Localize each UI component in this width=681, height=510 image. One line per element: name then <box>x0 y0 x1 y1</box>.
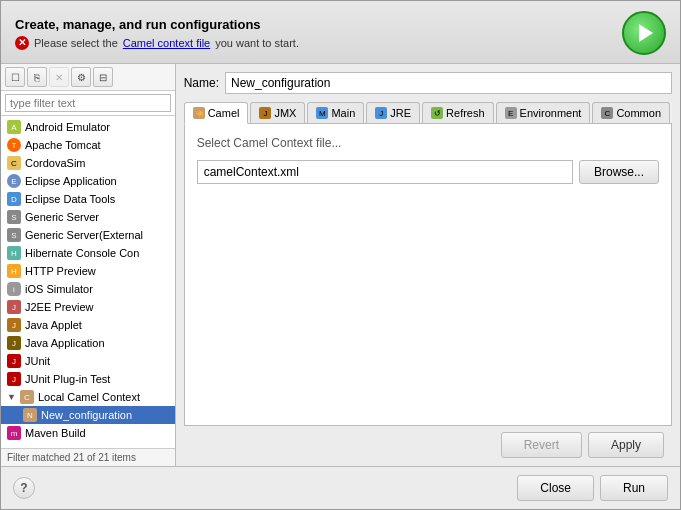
tree-item-label: CordovaSim <box>25 157 86 169</box>
generic-icon: S <box>7 210 21 224</box>
duplicate-button[interactable]: ⎘ <box>27 67 47 87</box>
right-panel: Name: 🐪 Camel J JMX M Main J <box>176 64 680 466</box>
tree-item-j2ee[interactable]: J J2EE Preview <box>1 298 175 316</box>
tree-item-label: Hibernate Console Con <box>25 247 139 259</box>
error-icon: ✕ <box>15 36 29 50</box>
cordova-icon: C <box>7 156 21 170</box>
tree-item-label: Java Applet <box>25 319 82 331</box>
name-label: Name: <box>184 76 219 90</box>
tab-jre[interactable]: J JRE <box>366 102 420 123</box>
tab-jmx[interactable]: J JMX <box>250 102 305 123</box>
eclipse-app-icon: E <box>7 174 21 188</box>
tree-item-label: Generic Server <box>25 211 99 223</box>
filter-status: Filter matched 21 of 21 items <box>1 448 175 466</box>
filter-input[interactable] <box>5 94 171 112</box>
tree-item-eclipse-app[interactable]: E Eclipse Application <box>1 172 175 190</box>
jmx-tab-icon: J <box>259 107 271 119</box>
error-message: ✕ Please select the Camel context file y… <box>15 36 299 50</box>
junit-icon: J <box>7 354 21 368</box>
run-triangle-icon <box>639 24 653 42</box>
tree-item-tomcat[interactable]: T Apache Tomcat <box>1 136 175 154</box>
tree-item-label: Apache Tomcat <box>25 139 101 151</box>
tree-item-java-app[interactable]: J Java Application <box>1 334 175 352</box>
tree-item-ios[interactable]: i iOS Simulator <box>1 280 175 298</box>
name-input[interactable] <box>225 72 672 94</box>
tree-item-local-camel[interactable]: ▼ C Local Camel Context <box>1 388 175 406</box>
dialog-footer: ? Close Run <box>1 466 680 509</box>
tree-item-label: Local Camel Context <box>38 391 140 403</box>
android-icon: A <box>7 120 21 134</box>
filter-wrapper <box>1 91 175 116</box>
footer-buttons: Close Run <box>517 475 668 501</box>
apply-button[interactable]: Apply <box>588 432 664 458</box>
tree-item-label: Maven Build <box>25 427 86 439</box>
tab-label: Environment <box>520 107 582 119</box>
tab-label: Common <box>616 107 661 119</box>
delete-button[interactable]: ✕ <box>49 67 69 87</box>
tree-list: A Android Emulator T Apache Tomcat C Cor… <box>1 116 175 448</box>
tree-item-label: Generic Server(External <box>25 229 143 241</box>
new-config-icon: N <box>23 408 37 422</box>
tree-item-generic[interactable]: S Generic Server <box>1 208 175 226</box>
error-link[interactable]: Camel context file <box>123 37 210 49</box>
tab-content-camel: Select Camel Context file... Browse... <box>184 124 672 426</box>
eclipse-data-icon: D <box>7 192 21 206</box>
help-button[interactable]: ? <box>13 477 35 499</box>
tab-common[interactable]: C Common <box>592 102 670 123</box>
filter-button[interactable]: ⚙ <box>71 67 91 87</box>
generic-ext-icon: S <box>7 228 21 242</box>
tree-item-hibernate[interactable]: H Hibernate Console Con <box>1 244 175 262</box>
new-config-button[interactable]: ☐ <box>5 67 25 87</box>
refresh-tab-icon: ↺ <box>431 107 443 119</box>
tab-label: Main <box>331 107 355 119</box>
content-label: Select Camel Context file... <box>197 136 659 150</box>
tree-item-label: New_configuration <box>41 409 132 421</box>
dialog-body: ☐ ⎘ ✕ ⚙ ⊟ A Android Emulator T Apache To… <box>1 64 680 466</box>
tree-item-http[interactable]: H HTTP Preview <box>1 262 175 280</box>
left-toolbar: ☐ ⎘ ✕ ⚙ ⊟ <box>1 64 175 91</box>
tree-item-eclipse-data[interactable]: D Eclipse Data Tools <box>1 190 175 208</box>
collapse-button[interactable]: ⊟ <box>93 67 113 87</box>
tree-item-android[interactable]: A Android Emulator <box>1 118 175 136</box>
browse-button[interactable]: Browse... <box>579 160 659 184</box>
camel-context-file-input[interactable] <box>197 160 573 184</box>
tab-environment[interactable]: E Environment <box>496 102 591 123</box>
tree-item-new-config[interactable]: N New_configuration <box>1 406 175 424</box>
run-button[interactable]: Run <box>600 475 668 501</box>
expand-arrow-icon: ▼ <box>7 392 16 402</box>
tree-item-label: iOS Simulator <box>25 283 93 295</box>
camel-tab-icon: 🐪 <box>193 107 205 119</box>
dialog: Create, manage, and run configurations ✕… <box>0 0 681 510</box>
local-camel-icon: C <box>20 390 34 404</box>
tree-item-label: HTTP Preview <box>25 265 96 277</box>
tree-item-label: Eclipse Data Tools <box>25 193 115 205</box>
java-applet-icon: J <box>7 318 21 332</box>
right-bottom-buttons: Revert Apply <box>184 426 672 458</box>
tab-label: Refresh <box>446 107 485 119</box>
tab-refresh[interactable]: ↺ Refresh <box>422 102 494 123</box>
http-icon: H <box>7 264 21 278</box>
java-app-icon: J <box>7 336 21 350</box>
run-button-header[interactable] <box>622 11 666 55</box>
tab-main[interactable]: M Main <box>307 102 364 123</box>
name-row: Name: <box>184 72 672 94</box>
tree-item-junit[interactable]: J JUnit <box>1 352 175 370</box>
tree-item-junit-plugin[interactable]: J JUnit Plug-in Test <box>1 370 175 388</box>
tab-camel[interactable]: 🐪 Camel <box>184 102 249 124</box>
tree-item-cordova[interactable]: C CordovaSim <box>1 154 175 172</box>
main-tab-icon: M <box>316 107 328 119</box>
revert-button[interactable]: Revert <box>501 432 582 458</box>
hibernate-icon: H <box>7 246 21 260</box>
tree-item-generic-ext[interactable]: S Generic Server(External <box>1 226 175 244</box>
tree-item-label: Eclipse Application <box>25 175 117 187</box>
maven-icon: m <box>7 426 21 440</box>
file-input-row: Browse... <box>197 160 659 184</box>
dialog-header: Create, manage, and run configurations ✕… <box>1 1 680 64</box>
tree-item-java-applet[interactable]: J Java Applet <box>1 316 175 334</box>
jre-tab-icon: J <box>375 107 387 119</box>
left-panel: ☐ ⎘ ✕ ⚙ ⊟ A Android Emulator T Apache To… <box>1 64 176 466</box>
error-prefix: Please select the <box>34 37 118 49</box>
tab-label: JRE <box>390 107 411 119</box>
tree-item-maven[interactable]: m Maven Build <box>1 424 175 442</box>
close-button[interactable]: Close <box>517 475 594 501</box>
